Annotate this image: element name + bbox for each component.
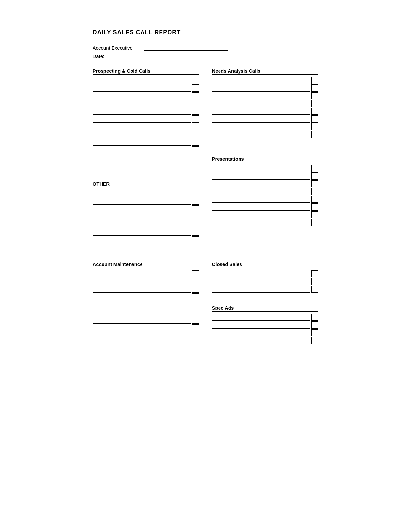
- entry-box[interactable]: [311, 270, 318, 277]
- entry-box[interactable]: [192, 100, 199, 107]
- entry-line[interactable]: [212, 172, 310, 180]
- entry-box[interactable]: [192, 198, 199, 205]
- entry-line[interactable]: [212, 203, 310, 211]
- entry-line[interactable]: [93, 84, 191, 92]
- entry-line[interactable]: [93, 198, 191, 205]
- entry-box[interactable]: [192, 131, 199, 138]
- entry-line[interactable]: [93, 205, 191, 212]
- entry-box[interactable]: [192, 213, 199, 220]
- entry-line[interactable]: [212, 321, 310, 329]
- entry-line[interactable]: [212, 196, 310, 203]
- entry-line[interactable]: [93, 162, 191, 169]
- entry-box[interactable]: [311, 188, 318, 195]
- entry-line[interactable]: [93, 309, 191, 316]
- entry-box[interactable]: [311, 172, 318, 180]
- entry-box[interactable]: [192, 154, 199, 161]
- entry-box[interactable]: [192, 317, 199, 324]
- entry-box[interactable]: [192, 236, 199, 243]
- entry-line[interactable]: [93, 278, 191, 285]
- entry-line[interactable]: [93, 270, 191, 277]
- entry-line[interactable]: [212, 165, 310, 172]
- entry-line[interactable]: [93, 236, 191, 243]
- entry-line[interactable]: [212, 180, 310, 187]
- entry-line[interactable]: [212, 108, 310, 115]
- entry-line[interactable]: [212, 286, 310, 293]
- entry-line[interactable]: [93, 115, 191, 123]
- entry-box[interactable]: [311, 115, 318, 123]
- entry-box[interactable]: [311, 108, 318, 115]
- entry-line[interactable]: [93, 100, 191, 107]
- entry-box[interactable]: [311, 84, 318, 92]
- entry-line[interactable]: [93, 332, 191, 339]
- entry-box[interactable]: [192, 115, 199, 123]
- entry-line[interactable]: [93, 139, 191, 146]
- entry-line[interactable]: [93, 301, 191, 308]
- entry-line[interactable]: [93, 131, 191, 138]
- entry-line[interactable]: [93, 229, 191, 236]
- entry-box[interactable]: [311, 337, 318, 344]
- entry-box[interactable]: [192, 205, 199, 212]
- entry-line[interactable]: [212, 211, 310, 218]
- entry-box[interactable]: [192, 286, 199, 293]
- entry-box[interactable]: [192, 77, 199, 84]
- entry-line[interactable]: [93, 108, 191, 115]
- entry-line[interactable]: [93, 123, 191, 130]
- entry-line[interactable]: [93, 77, 191, 84]
- entry-box[interactable]: [192, 293, 199, 300]
- entry-line[interactable]: [212, 314, 310, 321]
- entry-box[interactable]: [192, 84, 199, 92]
- entry-box[interactable]: [192, 221, 199, 228]
- entry-box[interactable]: [311, 278, 318, 285]
- account-executive-line[interactable]: [144, 45, 228, 51]
- entry-line[interactable]: [93, 213, 191, 220]
- entry-line[interactable]: [93, 324, 191, 331]
- entry-line[interactable]: [93, 244, 191, 251]
- entry-box[interactable]: [192, 92, 199, 99]
- entry-box[interactable]: [192, 244, 199, 251]
- entry-box[interactable]: [311, 196, 318, 203]
- entry-line[interactable]: [93, 293, 191, 300]
- date-line[interactable]: [144, 53, 228, 59]
- entry-line[interactable]: [212, 92, 310, 99]
- entry-line[interactable]: [212, 270, 310, 277]
- entry-box[interactable]: [192, 190, 199, 197]
- entry-box[interactable]: [192, 108, 199, 115]
- entry-line[interactable]: [93, 286, 191, 293]
- entry-box[interactable]: [311, 92, 318, 99]
- entry-line[interactable]: [212, 84, 310, 92]
- entry-box[interactable]: [192, 324, 199, 331]
- entry-box[interactable]: [311, 180, 318, 187]
- entry-line[interactable]: [212, 329, 310, 336]
- entry-line[interactable]: [212, 188, 310, 195]
- entry-line[interactable]: [93, 317, 191, 324]
- entry-line[interactable]: [212, 115, 310, 123]
- entry-box[interactable]: [311, 329, 318, 336]
- entry-box[interactable]: [192, 270, 199, 277]
- entry-line[interactable]: [93, 146, 191, 153]
- entry-box[interactable]: [192, 332, 199, 339]
- entry-box[interactable]: [192, 139, 199, 146]
- entry-line[interactable]: [212, 131, 310, 138]
- entry-line[interactable]: [212, 100, 310, 107]
- entry-box[interactable]: [311, 100, 318, 107]
- entry-box[interactable]: [192, 229, 199, 236]
- entry-box[interactable]: [192, 278, 199, 285]
- entry-line[interactable]: [212, 219, 310, 226]
- entry-line[interactable]: [212, 337, 310, 344]
- entry-box[interactable]: [311, 77, 318, 84]
- entry-line[interactable]: [93, 92, 191, 99]
- entry-box[interactable]: [192, 123, 199, 130]
- entry-box[interactable]: [192, 301, 199, 308]
- entry-box[interactable]: [311, 131, 318, 138]
- entry-box[interactable]: [311, 286, 318, 293]
- entry-box[interactable]: [192, 162, 199, 169]
- entry-box[interactable]: [311, 165, 318, 172]
- entry-line[interactable]: [93, 190, 191, 197]
- entry-line[interactable]: [93, 221, 191, 228]
- entry-box[interactable]: [311, 321, 318, 329]
- entry-line[interactable]: [93, 154, 191, 161]
- entry-box[interactable]: [311, 123, 318, 130]
- entry-line[interactable]: [212, 123, 310, 130]
- entry-box[interactable]: [192, 146, 199, 153]
- entry-line[interactable]: [212, 278, 310, 285]
